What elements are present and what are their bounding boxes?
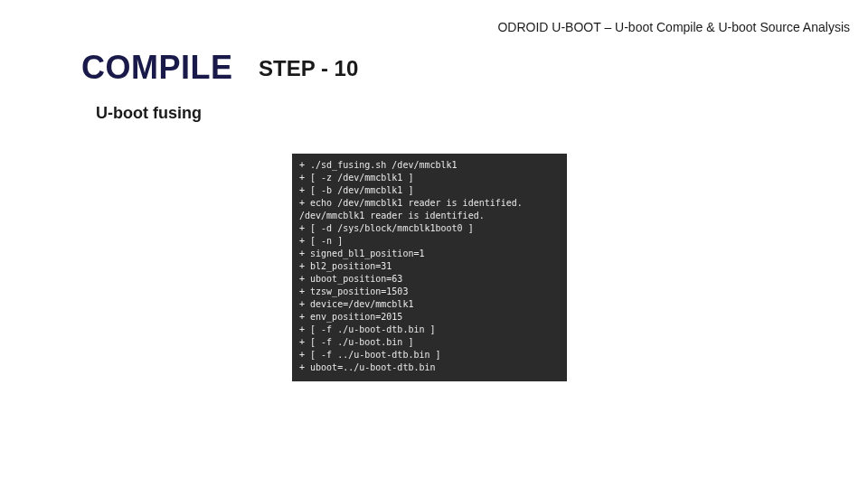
terminal-line: + [ -d /sys/block/mmcblk1boot0 ]	[299, 222, 560, 235]
terminal-line: + echo /dev/mmcblk1 reader is identified…	[299, 197, 560, 210]
terminal-line: + ./sd_fusing.sh /dev/mmcblk1	[299, 159, 560, 172]
terminal-line: + [ -f ../u-boot-dtb.bin ]	[299, 349, 560, 361]
title-compile: COMPILE	[81, 49, 233, 87]
terminal-line: + [ -f ./u-boot-dtb.bin ]	[299, 324, 560, 336]
terminal-line: + env_position=2015	[299, 311, 560, 324]
terminal-line: + [ -f ./u-boot.bin ]	[299, 336, 560, 349]
slide-header: ODROID U-BOOT – U-boot Compile & U-boot …	[497, 20, 850, 34]
terminal-line: + [ -n ]	[299, 235, 560, 248]
terminal-line: + tzsw_position=1503	[299, 286, 560, 298]
terminal-line: + [ -z /dev/mmcblk1 ]	[299, 172, 560, 184]
terminal-line: + device=/dev/mmcblk1	[299, 298, 560, 311]
terminal-line: /dev/mmcblk1 reader is identified.	[299, 210, 560, 222]
terminal-line: + bl2_position=31	[299, 260, 560, 273]
subtitle: U-boot fusing	[96, 104, 202, 123]
terminal-line: + signed_bl1_position=1	[299, 248, 560, 260]
terminal-line: + [ -b /dev/mmcblk1 ]	[299, 184, 560, 197]
title-step: STEP - 10	[259, 56, 358, 81]
terminal-line: + uboot=../u-boot-dtb.bin	[299, 361, 560, 374]
terminal-line: + uboot_position=63	[299, 273, 560, 286]
title-row: COMPILE STEP - 10	[81, 49, 358, 87]
terminal-output: + ./sd_fusing.sh /dev/mmcblk1 + [ -z /de…	[292, 154, 567, 381]
